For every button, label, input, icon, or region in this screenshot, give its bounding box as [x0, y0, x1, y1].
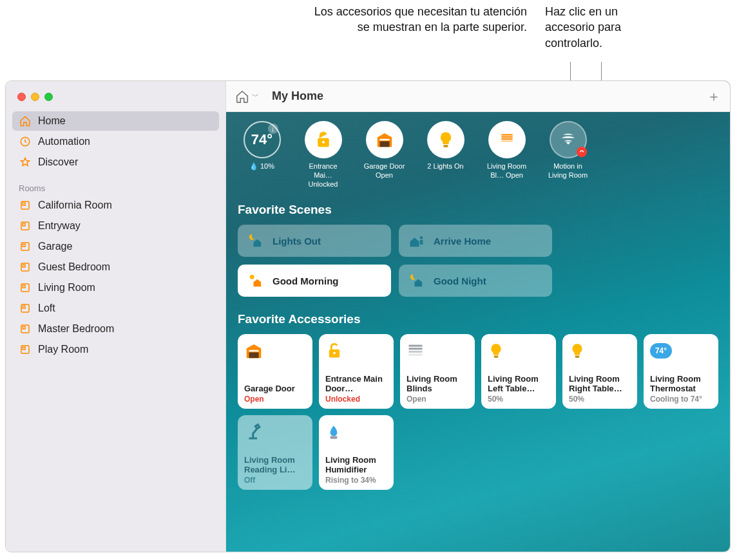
status-blinds[interactable]: Living Room Bl… Open	[483, 121, 531, 189]
accessory-icon	[407, 341, 468, 361]
svg-point-31	[333, 352, 336, 355]
svg-rect-36	[494, 356, 499, 358]
add-accessory-button[interactable]: ＋	[707, 87, 721, 106]
sidebar-room-item[interactable]: Guest Bedroom	[12, 257, 219, 277]
accessory-tile[interactable]: Living Room Reading Li… Off	[238, 415, 312, 490]
svg-point-18	[322, 141, 325, 144]
svg-rect-28	[249, 350, 259, 352]
svg-point-27	[250, 275, 254, 279]
sidebar-item-label: Living Room	[38, 282, 95, 294]
accessory-status: Cooling to 74°	[650, 395, 712, 404]
status-garage[interactable]: Garage Door Open	[360, 121, 408, 189]
callout-click: Haz clic en un accesorio para controlarl…	[545, 4, 645, 51]
sidebar-room-item[interactable]: Master Bedroom	[12, 319, 219, 339]
room-icon	[19, 219, 32, 232]
sidebar-room-item[interactable]: Entryway	[12, 216, 219, 236]
status-weather[interactable]: 74° ↓ 💧 10%	[238, 121, 286, 189]
sidebar-item-label: Guest Bedroom	[38, 261, 110, 273]
sidebar-primary-list: Home Automation Discover	[6, 111, 225, 173]
accessory-tile[interactable]: Living Room Right Table… 50%	[562, 334, 637, 409]
motion-icon	[559, 130, 578, 149]
accessory-status: Open	[244, 395, 306, 404]
star-icon	[19, 156, 32, 169]
accessory-name: Entrance Main Door…	[325, 375, 387, 394]
alert-badge-icon	[577, 147, 587, 157]
motion-circle	[550, 121, 587, 158]
page-title: My Home	[272, 89, 323, 103]
accessory-tile[interactable]: Living Room Left Table… 50%	[481, 334, 556, 409]
sidebar-room-item[interactable]: California Room	[12, 196, 219, 215]
lock-circle	[305, 121, 342, 158]
fullscreen-button[interactable]	[44, 93, 53, 101]
sidebar-item-home[interactable]: Home	[12, 111, 219, 131]
svg-rect-37	[575, 356, 580, 358]
garage-circle	[366, 121, 403, 158]
sidebar-item-automation[interactable]: Automation	[12, 132, 219, 151]
room-icon	[19, 281, 32, 294]
scene-button[interactable]: Arrive Home	[399, 225, 552, 257]
accessory-status: 50%	[569, 395, 631, 404]
bulb-icon	[437, 131, 455, 149]
sidebar-rooms-header: Rooms	[6, 173, 225, 196]
clock-icon	[19, 135, 32, 148]
room-icon	[19, 302, 32, 315]
accessory-tile[interactable]: 74° Living Room Thermostat Cooling to 74…	[644, 334, 718, 409]
scene-button[interactable]: Good Morning	[238, 265, 391, 297]
accessory-icon	[488, 341, 550, 361]
status-label: Garage Door Open	[360, 162, 408, 180]
scene-label: Arrive Home	[434, 236, 491, 247]
sidebar-room-item[interactable]: Play Room	[12, 340, 219, 359]
accessory-icon	[244, 422, 306, 442]
accessory-name: Living Room Left Table…	[488, 375, 550, 394]
sidebar-room-item[interactable]: Loft	[12, 299, 219, 318]
home-icon	[19, 115, 32, 127]
main-content: ﹀ My Home ＋ 74° ↓ 💧 10%	[226, 81, 730, 552]
svg-rect-24	[501, 138, 512, 140]
accessory-tile[interactable]: Entrance Main Door… Unlocked	[319, 334, 394, 409]
sidebar-item-label: Play Room	[38, 344, 88, 355]
accessory-tile[interactable]: Garage Door Open	[238, 334, 312, 409]
svg-rect-12	[23, 306, 25, 308]
sidebar-room-item[interactable]: Living Room	[12, 278, 219, 297]
accessory-icon	[325, 341, 387, 361]
room-icon	[19, 261, 32, 274]
svg-rect-16	[23, 347, 25, 350]
sidebar-item-label: Entryway	[38, 220, 81, 232]
accessory-tile[interactable]: Living Room Blinds Open	[400, 334, 475, 409]
accessory-icon: 74°	[650, 341, 712, 361]
status-lights[interactable]: 2 Lights On	[421, 121, 470, 189]
accessory-status: Open	[407, 395, 468, 404]
status-motion[interactable]: Motion in Living Room	[544, 121, 592, 189]
home-selector-button[interactable]: ﹀	[235, 89, 259, 104]
status-label: 2 Lights On	[427, 162, 463, 171]
scene-icon	[408, 272, 426, 290]
scene-button[interactable]: Good Night	[399, 265, 552, 297]
accessory-status: Off	[244, 476, 306, 485]
accessory-tile[interactable]: Living Room Humidifier Rising to 34%	[319, 415, 394, 490]
garage-icon	[375, 130, 394, 149]
accessory-status: 50%	[488, 395, 550, 404]
sidebar-item-label: Master Bedroom	[38, 323, 114, 335]
sidebar-item-discover[interactable]: Discover	[12, 153, 219, 172]
svg-rect-23	[501, 136, 512, 138]
raindrop-icon: 💧	[249, 162, 258, 171]
titlebar: ﹀ My Home ＋	[226, 81, 730, 112]
sidebar-item-label: Discover	[38, 156, 78, 168]
sidebar-room-item[interactable]: Garage	[12, 237, 219, 256]
svg-rect-33	[409, 348, 423, 350]
accessory-status: Rising to 34%	[325, 476, 387, 485]
svg-rect-20	[379, 142, 389, 147]
room-icon	[19, 322, 32, 335]
minimize-button[interactable]	[31, 93, 39, 101]
scene-button[interactable]: Lights Out	[238, 225, 391, 257]
close-button[interactable]	[17, 93, 26, 101]
status-lock[interactable]: Entrance Mai… Unlocked	[299, 121, 347, 189]
svg-rect-4	[23, 223, 25, 226]
svg-rect-2	[23, 203, 25, 205]
annotation-callouts: Los accesorios que necesitan tu atención…	[0, 4, 737, 81]
app-window: Home Automation Discover Rooms Californi…	[5, 80, 731, 552]
accessory-name: Garage Door	[244, 384, 306, 394]
scene-label: Lights Out	[273, 236, 321, 247]
svg-rect-34	[409, 351, 423, 353]
svg-rect-38	[330, 436, 338, 439]
